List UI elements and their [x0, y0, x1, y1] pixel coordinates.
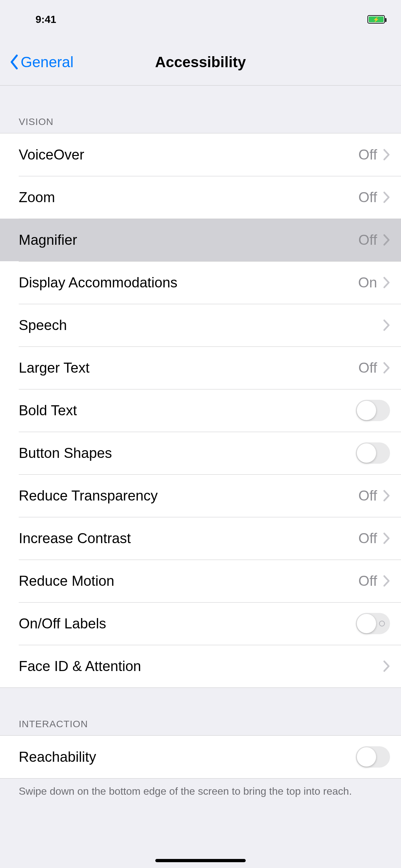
row-label: Magnifier	[19, 232, 359, 248]
row-value: Off	[359, 232, 377, 248]
settings-list: VoiceOverOffZoomOffMagnifierOffDisplay A…	[0, 133, 401, 688]
settings-row[interactable]: Increase ContrastOff	[0, 517, 401, 560]
chevron-left-icon	[10, 54, 19, 70]
row-label: Face ID & Attention	[19, 658, 383, 674]
nav-bar: General Accessibility	[0, 39, 401, 86]
battery-icon: ⚡	[367, 15, 385, 24]
settings-row[interactable]: Reachability	[0, 736, 401, 778]
row-label: VoiceOver	[19, 147, 359, 163]
row-label: Larger Text	[19, 360, 359, 376]
chevron-right-icon	[383, 660, 390, 672]
chevron-right-icon	[383, 362, 390, 374]
chevron-right-icon	[383, 575, 390, 587]
row-label: Button Shapes	[19, 445, 356, 461]
settings-row[interactable]: Reduce TransparencyOff	[0, 474, 401, 517]
row-value: Off	[359, 360, 377, 376]
row-value: Off	[359, 530, 377, 547]
toggle-off-ring-icon	[379, 621, 385, 626]
toggle-knob	[357, 614, 376, 633]
chevron-right-icon	[383, 149, 390, 161]
settings-row[interactable]: MagnifierOff	[0, 219, 401, 261]
toggle-knob	[357, 401, 376, 420]
settings-row[interactable]: Reduce MotionOff	[0, 560, 401, 602]
settings-row[interactable]: Display AccommodationsOn	[0, 261, 401, 304]
row-value: Off	[359, 189, 377, 206]
settings-row[interactable]: Button Shapes	[0, 432, 401, 474]
toggle-knob	[357, 443, 376, 463]
back-label: General	[21, 53, 73, 71]
section-header: Interaction	[0, 688, 401, 735]
status-bar: 9:41 ⚡	[0, 0, 401, 39]
chevron-right-icon	[383, 532, 390, 545]
settings-row[interactable]: Larger TextOff	[0, 346, 401, 389]
chevron-right-icon	[383, 234, 390, 246]
row-label: Reduce Transparency	[19, 488, 359, 504]
row-label: Zoom	[19, 189, 359, 206]
chevron-right-icon	[383, 191, 390, 204]
row-label: Display Accommodations	[19, 275, 358, 290]
section-footer: Swipe down on the bottom edge of the scr…	[0, 779, 401, 808]
row-label: Bold Text	[19, 402, 356, 418]
toggle-knob	[357, 747, 376, 767]
back-button[interactable]: General	[10, 53, 73, 71]
chevron-right-icon	[383, 490, 390, 502]
settings-row[interactable]: ZoomOff	[0, 176, 401, 219]
settings-row[interactable]: On/Off Labels	[0, 602, 401, 645]
home-indicator	[155, 859, 246, 862]
toggle-switch[interactable]	[356, 442, 390, 464]
row-label: Reduce Motion	[19, 573, 359, 589]
row-value: On	[358, 275, 377, 290]
row-value: Off	[359, 573, 377, 589]
settings-row[interactable]: VoiceOverOff	[0, 133, 401, 176]
chevron-right-icon	[383, 276, 390, 289]
settings-row[interactable]: Face ID & Attention	[0, 645, 401, 687]
settings-row[interactable]: Speech	[0, 304, 401, 346]
row-label: Speech	[19, 317, 383, 333]
toggle-switch[interactable]	[356, 746, 390, 768]
row-value: Off	[359, 488, 377, 504]
settings-row[interactable]: Bold Text	[0, 389, 401, 432]
row-label: Increase Contrast	[19, 530, 359, 547]
row-value: Off	[359, 147, 377, 163]
settings-list: Reachability	[0, 735, 401, 779]
chevron-right-icon	[383, 319, 390, 331]
row-label: Reachability	[19, 749, 356, 765]
row-label: On/Off Labels	[19, 616, 356, 631]
toggle-switch[interactable]	[356, 400, 390, 421]
section-header: Vision	[0, 86, 401, 133]
status-time: 9:41	[35, 13, 56, 26]
toggle-switch[interactable]	[356, 613, 390, 634]
